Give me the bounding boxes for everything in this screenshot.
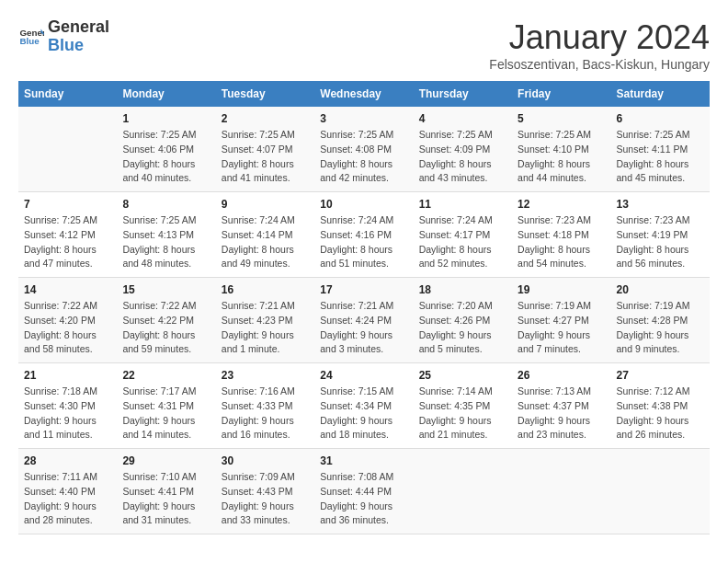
calendar-cell: 26Sunrise: 7:13 AMSunset: 4:37 PMDayligh…	[512, 363, 610, 449]
calendar-table: SundayMondayTuesdayWednesdayThursdayFrid…	[18, 81, 710, 534]
weekday-header-sunday: Sunday	[18, 81, 117, 107]
calendar-cell	[414, 449, 512, 534]
day-info: Sunrise: 7:21 AMSunset: 4:24 PMDaylight:…	[320, 299, 407, 357]
day-number: 25	[419, 369, 506, 382]
day-info: Sunrise: 7:12 AMSunset: 4:38 PMDaylight:…	[617, 385, 704, 442]
svg-text:Blue: Blue	[19, 36, 40, 46]
day-number: 8	[122, 198, 210, 211]
calendar-cell	[512, 449, 610, 534]
calendar-cell: 31Sunrise: 7:08 AMSunset: 4:44 PMDayligh…	[314, 449, 413, 534]
day-number: 16	[222, 283, 309, 296]
calendar-cell: 6Sunrise: 7:25 AMSunset: 4:11 PMDaylight…	[611, 107, 710, 192]
day-info: Sunrise: 7:22 AMSunset: 4:20 PMDaylight:…	[24, 299, 111, 357]
day-number: 19	[518, 283, 605, 296]
calendar-cell: 22Sunrise: 7:17 AMSunset: 4:31 PMDayligh…	[117, 363, 215, 449]
day-number: 14	[24, 283, 111, 296]
weekday-header-row: SundayMondayTuesdayWednesdayThursdayFrid…	[18, 81, 710, 107]
weekday-header-wednesday: Wednesday	[314, 81, 413, 107]
calendar-cell: 9Sunrise: 7:24 AMSunset: 4:14 PMDaylight…	[216, 192, 314, 278]
calendar-cell: 2Sunrise: 7:25 AMSunset: 4:07 PMDaylight…	[216, 107, 314, 192]
day-number: 3	[320, 112, 407, 125]
day-info: Sunrise: 7:19 AMSunset: 4:28 PMDaylight:…	[617, 299, 704, 357]
day-number: 1	[122, 112, 210, 125]
day-info: Sunrise: 7:10 AMSunset: 4:41 PMDaylight:…	[122, 470, 210, 528]
calendar-cell: 23Sunrise: 7:16 AMSunset: 4:33 PMDayligh…	[216, 363, 314, 449]
calendar-cell: 7Sunrise: 7:25 AMSunset: 4:12 PMDaylight…	[18, 192, 117, 278]
calendar-cell: 5Sunrise: 7:25 AMSunset: 4:10 PMDaylight…	[512, 107, 610, 192]
day-number: 20	[617, 283, 704, 296]
weekday-header-friday: Friday	[512, 81, 610, 107]
calendar-cell: 20Sunrise: 7:19 AMSunset: 4:28 PMDayligh…	[611, 278, 710, 363]
calendar-cell: 15Sunrise: 7:22 AMSunset: 4:22 PMDayligh…	[117, 278, 215, 363]
day-info: Sunrise: 7:08 AMSunset: 4:44 PMDaylight:…	[320, 470, 407, 528]
day-info: Sunrise: 7:18 AMSunset: 4:30 PMDaylight:…	[24, 385, 111, 442]
day-info: Sunrise: 7:21 AMSunset: 4:23 PMDaylight:…	[222, 299, 309, 357]
calendar-week-row: 1Sunrise: 7:25 AMSunset: 4:06 PMDaylight…	[18, 107, 710, 192]
calendar-cell: 19Sunrise: 7:19 AMSunset: 4:27 PMDayligh…	[512, 278, 610, 363]
day-number: 21	[24, 369, 111, 382]
calendar-cell: 12Sunrise: 7:23 AMSunset: 4:18 PMDayligh…	[512, 192, 610, 278]
day-number: 5	[518, 112, 605, 125]
day-number: 24	[320, 369, 407, 382]
day-number: 31	[320, 454, 407, 467]
calendar-cell: 24Sunrise: 7:15 AMSunset: 4:34 PMDayligh…	[314, 363, 413, 449]
day-info: Sunrise: 7:25 AMSunset: 4:12 PMDaylight:…	[24, 213, 111, 271]
day-info: Sunrise: 7:11 AMSunset: 4:40 PMDaylight:…	[24, 470, 111, 528]
day-number: 11	[419, 198, 506, 211]
day-info: Sunrise: 7:25 AMSunset: 4:10 PMDaylight:…	[518, 128, 605, 186]
weekday-header-thursday: Thursday	[414, 81, 512, 107]
header: General Blue General Blue January 2024 F…	[18, 18, 710, 72]
calendar-cell: 27Sunrise: 7:12 AMSunset: 4:38 PMDayligh…	[611, 363, 710, 449]
calendar-cell: 29Sunrise: 7:10 AMSunset: 4:41 PMDayligh…	[117, 449, 215, 534]
day-info: Sunrise: 7:09 AMSunset: 4:43 PMDaylight:…	[222, 470, 309, 528]
day-info: Sunrise: 7:16 AMSunset: 4:33 PMDaylight:…	[222, 385, 309, 442]
calendar-cell: 11Sunrise: 7:24 AMSunset: 4:17 PMDayligh…	[414, 192, 512, 278]
day-number: 29	[122, 454, 210, 467]
calendar-cell: 28Sunrise: 7:11 AMSunset: 4:40 PMDayligh…	[18, 449, 117, 534]
day-info: Sunrise: 7:24 AMSunset: 4:17 PMDaylight:…	[419, 213, 506, 271]
title-area: January 2024 Felsoszentivan, Bacs-Kiskun…	[489, 18, 710, 72]
day-number: 10	[320, 198, 407, 211]
calendar-cell: 16Sunrise: 7:21 AMSunset: 4:23 PMDayligh…	[216, 278, 314, 363]
calendar-cell: 4Sunrise: 7:25 AMSunset: 4:09 PMDaylight…	[414, 107, 512, 192]
day-number: 4	[419, 112, 506, 125]
day-number: 6	[617, 112, 704, 125]
day-number: 22	[122, 369, 210, 382]
calendar-week-row: 7Sunrise: 7:25 AMSunset: 4:12 PMDaylight…	[18, 192, 710, 278]
day-info: Sunrise: 7:23 AMSunset: 4:19 PMDaylight:…	[617, 213, 704, 271]
calendar-cell: 13Sunrise: 7:23 AMSunset: 4:19 PMDayligh…	[611, 192, 710, 278]
day-info: Sunrise: 7:25 AMSunset: 4:07 PMDaylight:…	[222, 128, 309, 186]
calendar-cell: 14Sunrise: 7:22 AMSunset: 4:20 PMDayligh…	[18, 278, 117, 363]
day-info: Sunrise: 7:20 AMSunset: 4:26 PMDaylight:…	[419, 299, 506, 357]
calendar-cell: 1Sunrise: 7:25 AMSunset: 4:06 PMDaylight…	[117, 107, 215, 192]
logo-general-text: General	[48, 18, 109, 37]
day-number: 18	[419, 283, 506, 296]
calendar-week-row: 14Sunrise: 7:22 AMSunset: 4:20 PMDayligh…	[18, 278, 710, 363]
logo: General Blue General Blue	[18, 18, 109, 55]
day-info: Sunrise: 7:22 AMSunset: 4:22 PMDaylight:…	[122, 299, 210, 357]
logo-blue-text: Blue	[48, 37, 109, 55]
day-number: 30	[222, 454, 309, 467]
day-number: 12	[518, 198, 605, 211]
calendar-cell: 3Sunrise: 7:25 AMSunset: 4:08 PMDaylight…	[314, 107, 413, 192]
day-number: 7	[24, 198, 111, 211]
calendar-cell	[18, 107, 117, 192]
calendar-cell: 18Sunrise: 7:20 AMSunset: 4:26 PMDayligh…	[414, 278, 512, 363]
day-number: 2	[222, 112, 309, 125]
calendar-cell: 8Sunrise: 7:25 AMSunset: 4:13 PMDaylight…	[117, 192, 215, 278]
location-title: Felsoszentivan, Bacs-Kiskun, Hungary	[489, 57, 710, 72]
calendar-cell: 21Sunrise: 7:18 AMSunset: 4:30 PMDayligh…	[18, 363, 117, 449]
calendar-cell: 10Sunrise: 7:24 AMSunset: 4:16 PMDayligh…	[314, 192, 413, 278]
calendar-cell: 30Sunrise: 7:09 AMSunset: 4:43 PMDayligh…	[216, 449, 314, 534]
day-info: Sunrise: 7:25 AMSunset: 4:09 PMDaylight:…	[419, 128, 506, 186]
day-info: Sunrise: 7:17 AMSunset: 4:31 PMDaylight:…	[122, 385, 210, 442]
day-info: Sunrise: 7:23 AMSunset: 4:18 PMDaylight:…	[518, 213, 605, 271]
calendar-cell: 17Sunrise: 7:21 AMSunset: 4:24 PMDayligh…	[314, 278, 413, 363]
day-number: 27	[617, 369, 704, 382]
calendar-week-row: 28Sunrise: 7:11 AMSunset: 4:40 PMDayligh…	[18, 449, 710, 534]
day-info: Sunrise: 7:15 AMSunset: 4:34 PMDaylight:…	[320, 385, 407, 442]
weekday-header-tuesday: Tuesday	[216, 81, 314, 107]
day-number: 28	[24, 454, 111, 467]
weekday-header-monday: Monday	[117, 81, 215, 107]
day-info: Sunrise: 7:25 AMSunset: 4:13 PMDaylight:…	[122, 213, 210, 271]
